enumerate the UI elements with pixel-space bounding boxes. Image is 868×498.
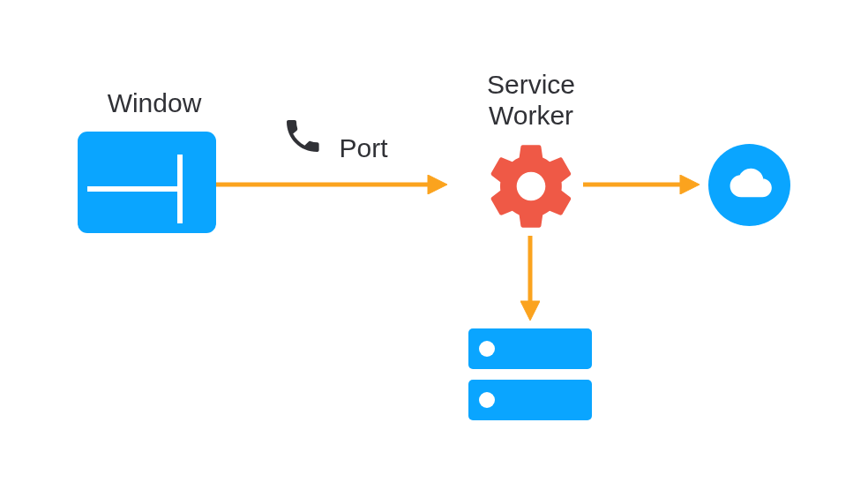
- service-worker-label-l2: Worker: [489, 101, 573, 130]
- phone-icon: [281, 115, 324, 157]
- svg-point-13: [479, 341, 495, 357]
- window-label: Window: [93, 88, 216, 119]
- cloud-icon: [708, 144, 790, 226]
- window-icon: [78, 132, 216, 233]
- svg-marker-6: [428, 175, 447, 194]
- svg-rect-3: [87, 192, 177, 223]
- arrow-sw-to-cloud: [583, 175, 700, 194]
- svg-marker-11: [520, 301, 540, 321]
- port-label: Port: [333, 133, 394, 164]
- storage-icon: [468, 328, 592, 420]
- svg-point-15: [479, 392, 495, 408]
- svg-rect-2: [87, 155, 177, 186]
- service-worker-label-l1: Service: [487, 70, 575, 99]
- svg-rect-4: [183, 155, 206, 223]
- gear-icon: [482, 137, 580, 236]
- service-worker-label: Service Worker: [478, 70, 584, 131]
- svg-marker-8: [680, 175, 700, 194]
- arrow-sw-to-storage: [520, 236, 540, 321]
- arrow-window-to-sw: [216, 175, 447, 194]
